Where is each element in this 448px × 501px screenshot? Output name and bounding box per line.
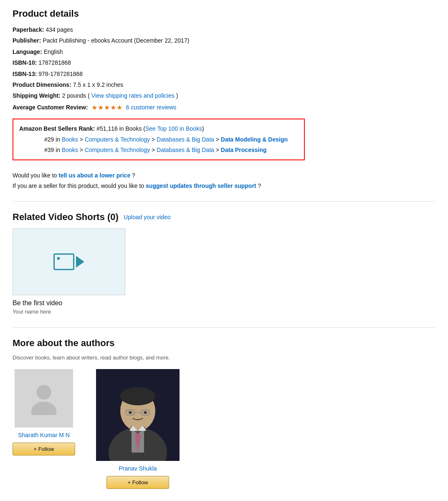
bsr-main-row: Amazon Best Sellers Rank: #51,116 in Boo… — [19, 124, 298, 134]
bsr-rank2-row: #39 in Books > Computers & Technology > … — [19, 145, 298, 155]
dimensions-row: Product Dimensions: 7.5 x 1 x 9.2 inches — [13, 80, 435, 89]
paperback-label: Paperback: — [13, 26, 44, 33]
bsr-box: Amazon Best Sellers Rank: #51,116 in Boo… — [13, 119, 305, 160]
paperback-value: 434 pages — [46, 26, 73, 33]
your-name-text: Your name here — [13, 309, 435, 315]
isbn13-label: ISBN-13: — [13, 71, 37, 77]
average-review-row: Average Customer Review: ★★★★★ 6 custome… — [13, 102, 435, 113]
bsr-rank1-cat3-link[interactable]: Data Modeling & Design — [221, 136, 288, 143]
author1-avatar — [15, 369, 73, 428]
author-card-1: Sharath Kumar M N + Follow — [13, 369, 75, 455]
bsr-rank2-cat2-link[interactable]: Databases & Big Data — [157, 147, 214, 153]
isbn10-value: 1787281868 — [38, 59, 71, 66]
lower-price-text1: Would you like to — [13, 172, 57, 179]
authors-row: Sharath Kumar M N + Follow — [13, 369, 435, 489]
bsr-rank2-books-link[interactable]: Books — [62, 147, 78, 153]
bsr-rank1-num: #29 in — [44, 136, 60, 143]
bsr-rank-value: #51,116 in Books — [96, 125, 142, 132]
product-details-section: Product details Paperback: 434 pages Pub… — [13, 8, 435, 191]
be-first-video-text: Be the first video — [13, 299, 435, 307]
divider1 — [13, 201, 435, 202]
see-top-100-link[interactable]: See Top 100 in Books — [145, 125, 202, 132]
shipping-weight-label: Shipping Weight: — [13, 92, 61, 99]
seller-text2: ? — [258, 182, 261, 189]
seller-text1: If you are a seller for this product, wo… — [13, 182, 144, 189]
bsr-rank2-cat3-link[interactable]: Data Processing — [221, 147, 267, 153]
isbn13-row: ISBN-13: 978-1787281868 — [13, 69, 435, 78]
seller-support-row: If you are a seller for this product, wo… — [13, 181, 435, 191]
authors-section: More about the authors Discover books, l… — [13, 338, 435, 489]
svg-point-1 — [31, 402, 57, 415]
upload-video-link[interactable]: Upload your video — [124, 214, 171, 220]
bsr-sep3: > — [216, 136, 221, 143]
video-camera-icon — [53, 253, 84, 270]
divider2 — [13, 327, 435, 328]
related-video-title: Related Video Shorts (0) — [13, 212, 119, 223]
isbn13-value: 978-1787281868 — [38, 71, 83, 77]
authors-subtitle: Discover books, learn about writers, rea… — [13, 354, 435, 361]
svg-point-12 — [129, 411, 132, 414]
shipping-rates-link[interactable]: View shipping rates and policies — [91, 92, 175, 99]
lower-price-row: Would you like to tell us about a lower … — [13, 170, 435, 181]
dimensions-value: 7.5 x 1 x 9.2 inches — [73, 81, 124, 88]
bsr-sep6: > — [216, 147, 221, 153]
author2-name-link[interactable]: Pranav Shukla — [119, 465, 157, 472]
average-review-label: Average Customer Review: — [13, 103, 88, 112]
star-rating: ★★★★★ — [91, 102, 123, 113]
related-video-header: Related Video Shorts (0) Upload your vid… — [13, 212, 435, 223]
bsr-sep2: > — [152, 136, 157, 143]
bsr-sep1: > — [80, 136, 85, 143]
svg-point-13 — [144, 411, 147, 414]
video-play-triangle — [76, 256, 84, 268]
lower-price-text2: ? — [132, 172, 135, 179]
lower-price-link[interactable]: tell us about a lower price — [58, 172, 130, 179]
bsr-rank1-row: #29 in Books > Computers & Technology > … — [19, 134, 298, 145]
language-row: Language: English — [13, 47, 435, 56]
related-video-section: Related Video Shorts (0) Upload your vid… — [13, 212, 435, 315]
bsr-sep4: > — [80, 147, 85, 153]
author1-name-link[interactable]: Sharath Kumar M N — [18, 432, 70, 438]
publisher-row: Publisher: Packt Publishing - ebooks Acc… — [13, 36, 435, 45]
publisher-value: Packt Publishing - ebooks Account (Decem… — [43, 37, 189, 44]
bsr-rank2-num: #39 in — [44, 147, 60, 153]
seller-support-link[interactable]: suggest updates through seller support — [146, 182, 256, 189]
person-silhouette-icon — [27, 382, 61, 415]
svg-point-8 — [120, 387, 155, 405]
language-value: English — [44, 48, 63, 55]
bsr-rank1-cat2-link[interactable]: Databases & Big Data — [157, 136, 214, 143]
publisher-label: Publisher: — [13, 37, 41, 44]
author2-photo — [96, 369, 180, 461]
bsr-rank1-books-link[interactable]: Books — [62, 136, 78, 143]
isbn10-row: ISBN-10: 1787281868 — [13, 58, 435, 67]
bsr-sep5: > — [152, 147, 157, 153]
svg-point-0 — [36, 385, 51, 400]
video-card[interactable] — [13, 228, 125, 295]
shipping-weight-row: Shipping Weight: 2 pounds ( View shippin… — [13, 91, 435, 100]
bsr-rank2-cat1-link[interactable]: Computers & Technology — [85, 147, 150, 153]
bsr-label: Amazon Best Sellers Rank: — [19, 125, 95, 132]
isbn10-label: ISBN-10: — [13, 59, 37, 66]
lower-price-section: Would you like to tell us about a lower … — [13, 170, 435, 191]
language-label: Language: — [13, 48, 42, 55]
shipping-weight-paren: ( — [88, 92, 90, 99]
video-rect — [53, 253, 74, 270]
author1-follow-button[interactable]: + Follow — [13, 443, 75, 455]
customer-reviews-link[interactable]: 6 customer reviews — [126, 103, 177, 112]
product-details-title: Product details — [13, 8, 435, 19]
author2-photo-svg — [96, 369, 180, 461]
shipping-weight-value: 2 pounds — [62, 92, 86, 99]
paperback-row: Paperback: 434 pages — [13, 25, 435, 34]
author-card-2: Pranav Shukla + Follow — [96, 369, 180, 489]
dimensions-label: Product Dimensions: — [13, 81, 71, 88]
authors-title: More about the authors — [13, 338, 435, 349]
bsr-rank1-cat1-link[interactable]: Computers & Technology — [85, 136, 150, 143]
author2-follow-button[interactable]: + Follow — [106, 476, 169, 489]
